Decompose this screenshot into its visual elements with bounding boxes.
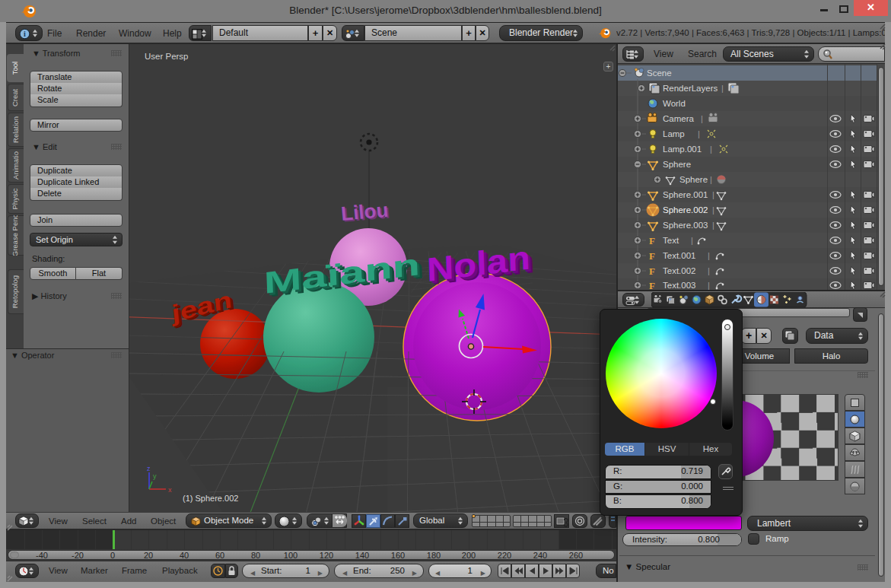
svg-text:|: |: [712, 221, 714, 230]
svg-text:Text.001: Text.001: [663, 251, 695, 260]
svg-text:|: |: [712, 190, 714, 199]
svg-text:|: |: [721, 84, 724, 93]
svg-text:Scene: Scene: [647, 68, 672, 78]
svg-text:F: F: [649, 250, 655, 262]
svg-text:F: F: [649, 235, 655, 246]
svg-text:Camera: Camera: [663, 114, 695, 123]
svg-text:Sphere.002: Sphere.002: [663, 205, 708, 215]
svg-text:|: |: [712, 205, 714, 215]
svg-text:y: y: [153, 472, 157, 480]
svg-text:|: |: [691, 236, 693, 245]
svg-text:Text.002: Text.002: [663, 266, 695, 275]
svg-text:|: |: [710, 145, 712, 154]
svg-text:Text.003: Text.003: [663, 281, 695, 290]
svg-text:World: World: [663, 99, 686, 108]
svg-text:Sphere.001: Sphere.001: [663, 190, 708, 199]
svg-text:|: |: [708, 281, 710, 290]
svg-text:|: |: [698, 129, 700, 138]
svg-text:z: z: [147, 465, 151, 472]
svg-text:x: x: [168, 486, 172, 494]
svg-text:|: |: [708, 251, 710, 260]
svg-text:|: |: [710, 175, 712, 184]
svg-text:RenderLayers: RenderLayers: [663, 84, 718, 93]
svg-text:Lamp.001: Lamp.001: [663, 145, 702, 154]
svg-text:|: |: [701, 114, 703, 123]
svg-text:Text: Text: [663, 236, 679, 245]
svg-text:F: F: [649, 265, 655, 277]
svg-text:i: i: [24, 30, 26, 38]
svg-text:F: F: [649, 280, 655, 290]
svg-text:Sphere.003: Sphere.003: [663, 221, 708, 230]
svg-text:Lamp: Lamp: [663, 129, 685, 138]
svg-text:Sphere: Sphere: [663, 160, 691, 169]
svg-text:Sphere: Sphere: [679, 175, 708, 184]
svg-text:|: |: [708, 266, 710, 275]
